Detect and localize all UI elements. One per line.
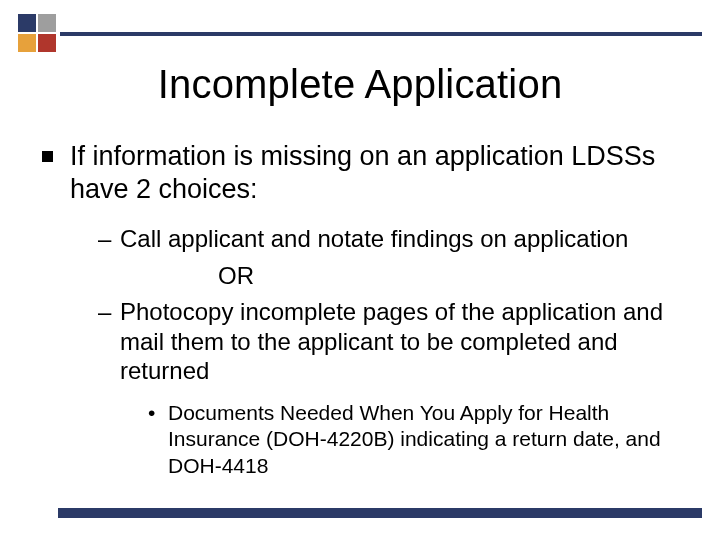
- bullet-detail: Documents Needed When You Apply for Heal…: [148, 400, 678, 479]
- content-block: If information is missing on an applicat…: [42, 140, 678, 479]
- bullet-option-2: Photocopy incomplete pages of the applic…: [98, 297, 678, 386]
- or-separator: OR: [98, 260, 678, 291]
- top-divider: [60, 32, 702, 36]
- bullet-level-1: If information is missing on an applicat…: [42, 140, 678, 479]
- bullet-main-text: If information is missing on an applicat…: [70, 141, 655, 204]
- logo-square-amber: [18, 34, 36, 52]
- bullet-level-3-group: Documents Needed When You Apply for Heal…: [98, 400, 678, 479]
- bottom-divider: [58, 508, 702, 518]
- logo-square-navy: [18, 14, 36, 32]
- slide: Incomplete Application If information is…: [0, 0, 720, 540]
- bullet-option-1: Call applicant and notate findings on ap…: [98, 224, 678, 254]
- logo-four-squares: [18, 14, 58, 54]
- logo-square-red: [38, 34, 56, 52]
- slide-title: Incomplete Application: [0, 62, 720, 107]
- bullet-level-2-group: Call applicant and notate findings on ap…: [70, 224, 678, 479]
- logo-square-gray: [38, 14, 56, 32]
